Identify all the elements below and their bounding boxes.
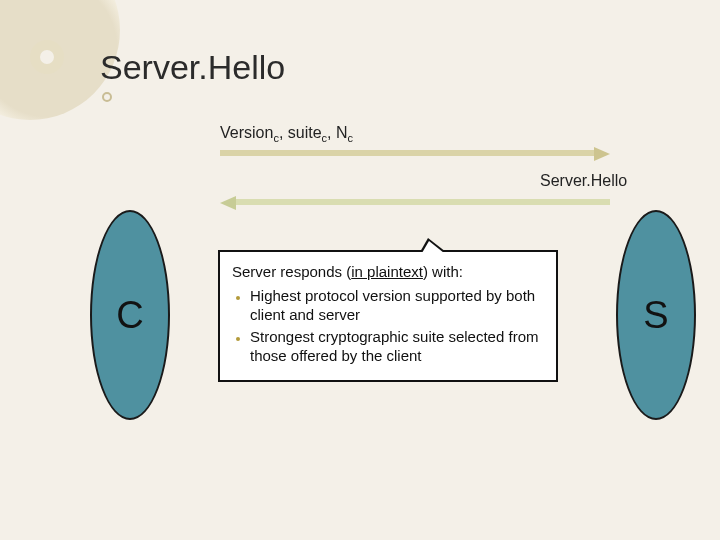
arrow-head-left-icon <box>220 196 236 210</box>
server-node: S <box>616 210 696 420</box>
arrow-client-to-server <box>220 147 610 159</box>
client-node: C <box>90 210 170 420</box>
client-hello-label: Versionc, suitec, Nc <box>220 124 353 144</box>
arrow-shaft <box>220 150 596 156</box>
arrow-server-to-client <box>220 196 610 208</box>
server-hello-description: Server responds (in plaintext) with: Hig… <box>218 250 558 382</box>
corner-decoration-ring <box>30 40 64 74</box>
arrow-shaft <box>234 199 610 205</box>
infobox-lead-suffix: ) with: <box>423 263 463 280</box>
infobox-bullet: Highest protocol version supported by bo… <box>250 286 544 325</box>
slide-title: Server.Hello <box>100 48 285 87</box>
server-node-label: S <box>643 294 668 337</box>
infobox-lead-prefix: Server responds ( <box>232 263 351 280</box>
infobox-bullet: Strongest cryptographic suite selected f… <box>250 327 544 366</box>
infobox-bullet-list: Highest protocol version supported by bo… <box>232 286 544 366</box>
infobox-lead-underlined: in plaintext <box>351 263 423 280</box>
corner-decoration-dot <box>102 92 112 102</box>
arrow-head-right-icon <box>594 147 610 161</box>
client-node-label: C <box>116 294 143 337</box>
server-hello-label: Server.Hello <box>540 172 627 190</box>
